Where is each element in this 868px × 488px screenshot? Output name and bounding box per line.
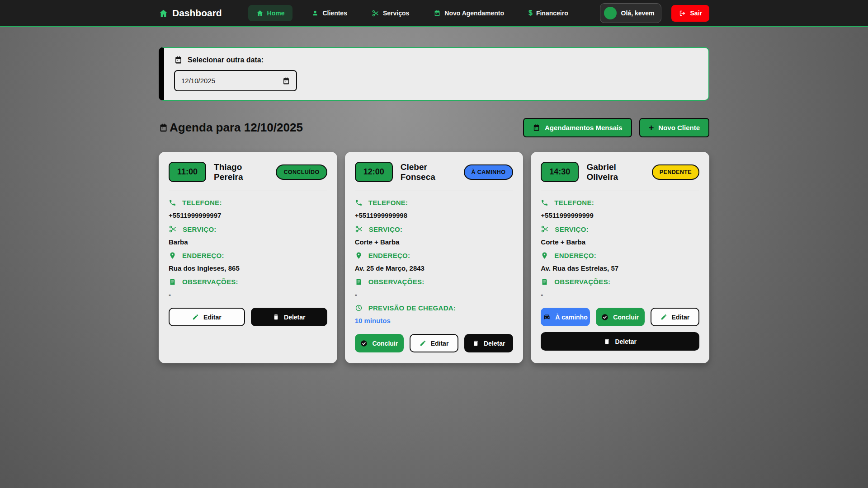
delete-label: Deletar [484, 340, 505, 347]
nav-item-servicos[interactable]: Serviços [366, 5, 415, 21]
notes-label-row: OBSERVAÇÕES: [541, 278, 699, 286]
new-client-label: Novo Cliente [658, 124, 700, 131]
car-icon [543, 313, 551, 321]
page-title: Agenda para 12/10/2025 [159, 121, 303, 135]
notes-icon [541, 278, 548, 286]
nav-label: Serviços [383, 9, 409, 17]
client-name: Gabriel Oliveira [586, 162, 644, 182]
nav-item-novo-agendamento[interactable]: Novo Agendamento [428, 5, 509, 21]
service-label: SERVIÇO: [555, 225, 589, 233]
clock-icon [355, 304, 363, 312]
monthly-appointments-button[interactable]: Agendamentos Mensais [523, 118, 632, 137]
user-icon [311, 9, 319, 17]
app-brand: Dashboard [159, 8, 222, 19]
address-label-row: ENDEREÇO: [355, 252, 514, 259]
phone-label-row: TELEFONE: [541, 199, 699, 206]
status-badge: PENDENTE [652, 164, 699, 180]
date-input[interactable]: 12/10/2025 [174, 70, 297, 91]
edit-label: Editar [203, 314, 222, 321]
service-value: Corte + Barba [541, 238, 699, 246]
appointment-card: 14:30 Gabriel Oliveira PENDENTE TELEFONE… [531, 152, 709, 363]
nav-item-home[interactable]: Home [248, 5, 293, 21]
appointment-card: 12:00 Cleber Fonseca À CAMINHO TELEFONE:… [345, 152, 524, 363]
address-label-row: ENDEREÇO: [169, 252, 327, 259]
agenda-header: Agenda para 12/10/2025 Agendamentos Mens… [159, 118, 709, 137]
complete-button[interactable]: Concluir [596, 308, 645, 326]
phone-icon [355, 199, 363, 206]
time-pill: 11:00 [169, 162, 206, 182]
scissors-icon [541, 225, 549, 233]
agenda-actions: Agendamentos Mensais + Novo Cliente [523, 118, 709, 137]
nav-item-clientes[interactable]: Clientes [306, 5, 352, 21]
service-label-row: SERVIÇO: [169, 225, 327, 233]
pencil-icon [420, 340, 426, 347]
location-pin-icon [541, 252, 548, 259]
navbar-right: Olá, kevem Sair [600, 3, 709, 23]
notes-value: - [169, 291, 327, 298]
monthly-appointments-label: Agendamentos Mensais [545, 124, 623, 131]
scissors-icon [355, 225, 363, 233]
edit-button[interactable]: Editar [410, 334, 458, 352]
card-actions: À caminho Concluir Editar [541, 308, 699, 326]
pencil-icon [660, 314, 667, 320]
delete-label: Deletar [284, 314, 305, 321]
on-the-way-button[interactable]: À caminho [541, 308, 590, 326]
date-selector-card: Selecionar outra data: 12/10/2025 [159, 47, 709, 101]
notes-label-row: OBSERVAÇÕES: [169, 278, 327, 286]
address-value: Av. 25 de Março, 2843 [355, 264, 514, 272]
logout-label: Sair [690, 9, 702, 17]
service-label-row: SERVIÇO: [355, 225, 514, 233]
calendar-icon[interactable] [282, 77, 290, 85]
complete-button[interactable]: Concluir [355, 334, 404, 352]
home-icon [256, 9, 264, 17]
card-header: 14:30 Gabriel Oliveira PENDENTE [541, 162, 699, 182]
phone-label-row: TELEFONE: [169, 199, 327, 206]
delete-button[interactable]: Deletar [541, 332, 699, 351]
address-label-row: ENDEREÇO: [541, 252, 699, 259]
new-client-button[interactable]: + Novo Cliente [639, 118, 709, 137]
address-value: Rua dos Ingleses, 865 [169, 264, 327, 272]
complete-label: Concluir [372, 340, 398, 347]
edit-button[interactable]: Editar [169, 308, 245, 326]
check-circle-icon [601, 314, 609, 321]
user-chip[interactable]: Olá, kevem [600, 3, 661, 23]
notes-icon [355, 278, 363, 286]
delete-button[interactable]: Deletar [464, 334, 513, 352]
logout-button[interactable]: Sair [671, 5, 709, 22]
page-title-text: Agenda para 12/10/2025 [170, 121, 303, 135]
nav-label: Clientes [322, 9, 347, 17]
date-value: 12/10/2025 [181, 77, 215, 84]
address-label: ENDEREÇO: [554, 252, 596, 259]
notes-value: - [541, 291, 699, 298]
service-value: Barba [169, 238, 327, 246]
client-name: Cleber Fonseca [401, 162, 456, 182]
delete-button[interactable]: Deletar [251, 308, 327, 326]
nav-label: Financeiro [536, 9, 568, 17]
time-pill: 12:00 [355, 162, 393, 182]
eta-label-row: PREVISÃO DE CHEGADA: [355, 304, 514, 312]
address-value: Av. Rua das Estrelas, 57 [541, 264, 699, 272]
card-header: 11:00 Thiago Pereira CONCLUÍDO [169, 162, 327, 182]
brand-title: Dashboard [172, 8, 222, 19]
phone-value: +5511999999997 [169, 211, 327, 219]
check-circle-icon [360, 340, 368, 347]
address-label: ENDEREÇO: [368, 252, 410, 259]
service-label: SERVIÇO: [183, 225, 217, 233]
scissors-icon [169, 225, 177, 233]
notes-icon [169, 278, 176, 286]
avatar [604, 7, 617, 19]
phone-value: +5511999999999 [541, 211, 699, 219]
appointment-card: 11:00 Thiago Pereira CONCLUÍDO TELEFONE:… [159, 152, 337, 363]
pencil-icon [192, 314, 199, 320]
home-icon [159, 9, 168, 18]
status-badge: À CAMINHO [464, 164, 514, 180]
phone-value: +5511999999998 [355, 211, 514, 219]
edit-button[interactable]: Editar [651, 308, 699, 326]
nav-item-financeiro[interactable]: $ Financeiro [523, 5, 574, 21]
client-name: Thiago Pereira [214, 162, 268, 182]
notes-value: - [355, 291, 514, 298]
status-badge: CONCLUÍDO [276, 164, 327, 180]
phone-label: TELEFONE: [368, 199, 408, 206]
appointments-list: 11:00 Thiago Pereira CONCLUÍDO TELEFONE:… [159, 152, 709, 363]
location-pin-icon [355, 252, 363, 259]
